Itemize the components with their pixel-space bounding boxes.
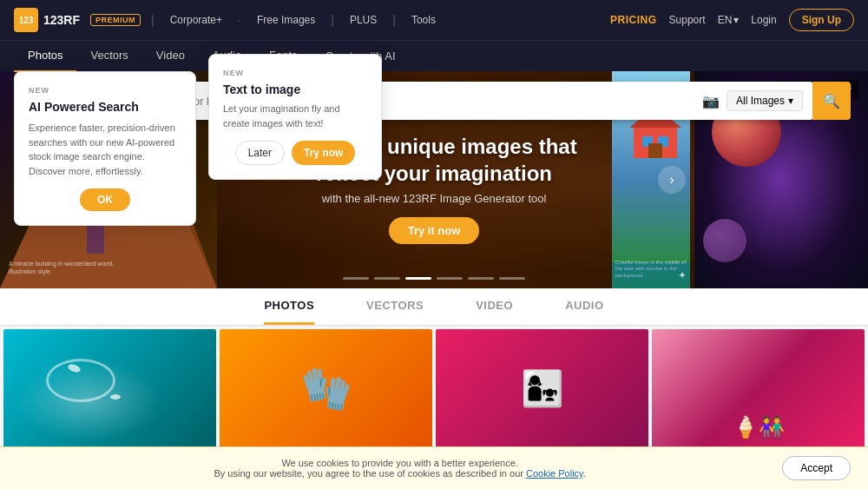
cookie-banner: We use cookies to provide you with a bet… — [0, 446, 868, 489]
tti-description: Let your imagination fly and create imag… — [223, 102, 367, 130]
tab-photos[interactable]: PHOTOS — [264, 288, 314, 325]
nav-corporate[interactable]: Corporate+ — [165, 14, 227, 26]
cookie-policy-link[interactable]: Cookie Policy — [526, 468, 583, 479]
tti-title: Text to image — [223, 83, 367, 96]
hero-subtitle: with the all-new 123RF Image Generator t… — [322, 192, 547, 205]
figures-decoration: 🍦👫 — [652, 329, 865, 448]
content-tabs: PHOTOS VECTORS VIDEO AUDIO — [0, 288, 868, 326]
hero-dot-4[interactable] — [437, 277, 463, 280]
all-images-dropdown[interactable]: All Images ▾ — [727, 90, 803, 111]
all-images-label: All Images — [736, 95, 785, 107]
ai-tooltip-description: Experience faster, precision-driven sear… — [29, 121, 181, 178]
lang-label: EN — [718, 14, 733, 26]
hero-dot-6[interactable] — [499, 277, 525, 280]
hero-dot-1[interactable] — [343, 277, 369, 280]
search-button[interactable]: 🔍 — [812, 82, 851, 120]
ai-powered-tooltip: NEW AI Powered Search Experience faster,… — [14, 71, 196, 226]
logo-text: 123RF — [43, 13, 80, 27]
logo-icon: 123 — [14, 8, 38, 32]
camera-button[interactable]: 📷 — [702, 93, 720, 109]
text-to-image-tooltip: NEW Text to image Let your imagination f… — [208, 54, 382, 180]
login-link[interactable]: Login — [751, 14, 776, 26]
logo-area[interactable]: 123 123RF — [14, 8, 80, 32]
cookie-text: We use cookies to provide you with a bet… — [17, 458, 782, 479]
pricing-link[interactable]: PRICING — [610, 14, 657, 26]
tti-try-now-button[interactable]: Try now — [292, 141, 355, 165]
hero-dot-5[interactable] — [468, 277, 494, 280]
secondary-nav: Photos Vectors Video Audio Fonts Create … — [0, 40, 868, 71]
nav-divider3: | — [331, 13, 334, 27]
photo-item-1[interactable] — [3, 329, 216, 448]
nav-vectors[interactable]: Vectors — [76, 41, 141, 72]
nav-free-images[interactable]: Free Images — [252, 14, 320, 26]
hero-dots — [343, 277, 525, 280]
person-decoration: 👩‍👧 — [436, 329, 648, 448]
accept-cookies-button[interactable]: Accept — [782, 456, 851, 480]
tti-later-button[interactable]: Later — [235, 141, 285, 165]
navbar: 123 123RF PREMIUM | Corporate+ · Free Im… — [0, 0, 868, 40]
chevron-down-icon: ▾ — [733, 14, 739, 26]
nav-video[interactable]: Video — [142, 41, 199, 72]
photo-item-4[interactable]: 🍦👫 — [652, 329, 865, 448]
tti-actions: Later Try now — [223, 141, 367, 165]
navbar-left: 123 123RF PREMIUM | Corporate+ · Free Im… — [14, 8, 441, 32]
tab-video[interactable]: VIDEO — [476, 288, 513, 325]
ai-tooltip-title: AI Powered Search — [29, 100, 181, 114]
nav-tools[interactable]: Tools — [406, 14, 441, 26]
premium-badge: PREMIUM — [90, 14, 141, 26]
nav-photos[interactable]: Photos — [14, 41, 76, 72]
wave-effect — [46, 359, 115, 402]
photo-item-3[interactable]: 👩‍👧 — [436, 329, 648, 448]
tti-new-badge: NEW — [223, 69, 367, 77]
chevron-down-icon: ▾ — [788, 95, 793, 107]
photo-grid: 🧤 👩‍👧 🍦👫 — [0, 326, 868, 452]
signup-button[interactable]: Sign Up — [789, 9, 854, 31]
lang-selector[interactable]: EN ▾ — [718, 14, 740, 26]
hero-dot-3[interactable] — [405, 277, 431, 280]
nav-divider4: | — [392, 13, 396, 27]
ai-tooltip-ok-button[interactable]: OK — [80, 188, 130, 211]
ai-tooltip-new-badge: NEW — [29, 86, 181, 95]
tab-audio[interactable]: AUDIO — [565, 288, 603, 325]
tab-vectors[interactable]: VECTORS — [366, 288, 424, 325]
navbar-right: PRICING Support EN ▾ Login Sign Up — [610, 9, 854, 31]
nav-plus[interactable]: PLUS — [345, 14, 382, 26]
cookie-message: We use cookies to provide you with a bet… — [214, 458, 526, 479]
nav-divider: | — [151, 13, 155, 27]
photo-item-2[interactable]: 🧤 — [220, 329, 432, 448]
hand-decoration: 🧤 — [220, 329, 432, 448]
hero-cta-button[interactable]: Try it now — [389, 217, 480, 244]
hero-dot-2[interactable] — [374, 277, 400, 280]
nav-divider2: · — [238, 13, 241, 27]
support-link[interactable]: Support — [669, 14, 706, 26]
